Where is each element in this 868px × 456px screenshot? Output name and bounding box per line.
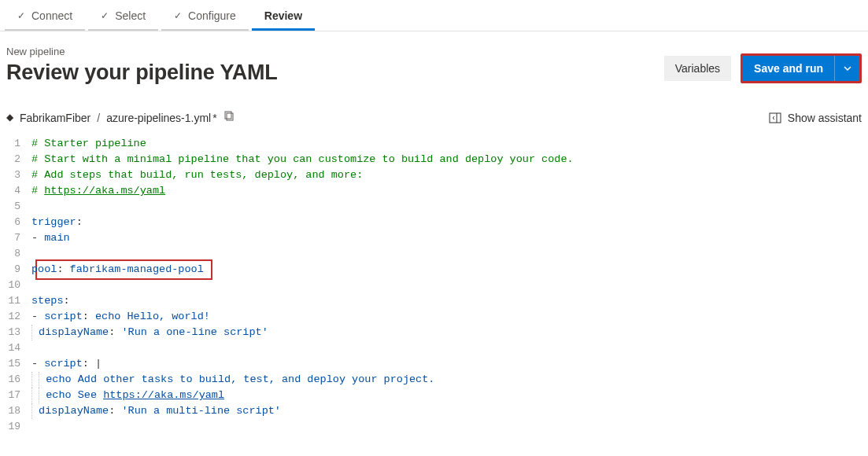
code-value: echo Add other tasks to build, test, and… (46, 373, 434, 385)
code-comment: # Start with a minimal pipeline that you… (31, 153, 574, 165)
code-value: main (44, 232, 69, 244)
line-number: 3 (3, 167, 31, 183)
tab-select-label: Select (115, 9, 146, 22)
code-comment: # Starter pipeline (31, 138, 146, 149)
tab-connect-label: Connect (31, 9, 72, 22)
code-value-prefix: echo See (46, 389, 103, 401)
code-link[interactable]: https://aka.ms/yaml (103, 389, 224, 401)
show-assistant-label: Show assistant (788, 112, 862, 124)
line-number: 14 (3, 340, 31, 356)
save-and-run-dropdown[interactable] (834, 56, 859, 81)
tab-configure[interactable]: ✓ Configure (160, 0, 250, 31)
copy-icon[interactable] (223, 110, 236, 125)
code-link[interactable]: https://aka.ms/yaml (44, 185, 165, 197)
code-string: 'Run a one-line script' (121, 326, 268, 338)
tab-configure-label: Configure (188, 9, 236, 22)
svg-rect-2 (770, 113, 781, 123)
chevron-down-icon (841, 62, 854, 75)
code-key: trigger (31, 216, 76, 228)
line-number: 16 (3, 372, 31, 388)
code-key: steps (31, 295, 64, 307)
line-number: 13 (3, 325, 31, 340)
svg-rect-0 (227, 113, 233, 120)
breadcrumb-row: ◆ FabrikamFiber / azure-pipelines-1.yml*… (0, 93, 868, 130)
line-number: 1 (3, 136, 31, 152)
code-key-pool: pool (31, 263, 57, 275)
line-number: 11 (3, 293, 31, 309)
breadcrumb-filename[interactable]: azure-pipelines-1.yml (106, 112, 211, 124)
save-and-run-button[interactable]: Save and run (743, 56, 834, 81)
dirty-indicator: * (212, 112, 216, 124)
code-value: echo Hello, world! (95, 311, 210, 322)
heading-row: New pipeline Review your pipeline YAML V… (0, 31, 868, 93)
code-comment-prefix: # (31, 185, 44, 197)
line-number: 19 (3, 419, 31, 435)
repo-icon: ◆ (6, 112, 13, 123)
code-key: script (44, 311, 83, 322)
svg-rect-1 (225, 112, 231, 119)
page-subtitle: New pipeline (6, 46, 278, 57)
tab-review-label: Review (264, 9, 302, 22)
save-and-run-highlight: Save and run (741, 53, 862, 83)
show-assistant-button[interactable]: Show assistant (769, 112, 862, 124)
line-number: 4 (3, 183, 31, 199)
line-number: 10 (3, 278, 31, 293)
line-number: 6 (3, 215, 31, 230)
breadcrumb-repo[interactable]: FabrikamFiber (20, 112, 90, 124)
line-number: 18 (3, 403, 31, 419)
checkmark-icon: ✓ (17, 11, 25, 20)
tab-review[interactable]: Review (250, 0, 316, 31)
tab-connect[interactable]: ✓ Connect (3, 0, 87, 31)
line-number: 12 (3, 309, 31, 325)
code-key: script (44, 358, 83, 370)
line-number: 15 (3, 356, 31, 372)
yaml-editor[interactable]: 1# Starter pipeline 2# Start with a mini… (0, 136, 868, 435)
line-number: 8 (3, 246, 31, 262)
code-key: displayName (39, 326, 109, 338)
line-number: 9 (3, 262, 31, 278)
checkmark-icon: ✓ (174, 11, 182, 20)
code-value-pool: fabrikam-managed-pool (70, 263, 204, 275)
wizard-tabs: ✓ Connect ✓ Select ✓ Configure Review (0, 0, 868, 31)
line-number: 5 (3, 199, 31, 215)
code-comment: # Add steps that build, run tests, deplo… (31, 169, 363, 181)
breadcrumb-separator: / (97, 112, 100, 124)
line-number: 7 (3, 230, 31, 246)
panel-expand-icon (769, 112, 781, 124)
code-string: 'Run a multi-line script' (121, 405, 281, 417)
checkmark-icon: ✓ (101, 11, 109, 20)
line-number: 2 (3, 152, 31, 167)
line-number: 17 (3, 388, 31, 403)
code-key: displayName (39, 405, 109, 417)
page-title: Review your pipeline YAML (6, 61, 278, 85)
tab-select[interactable]: ✓ Select (87, 0, 160, 31)
variables-button[interactable]: Variables (664, 56, 731, 81)
